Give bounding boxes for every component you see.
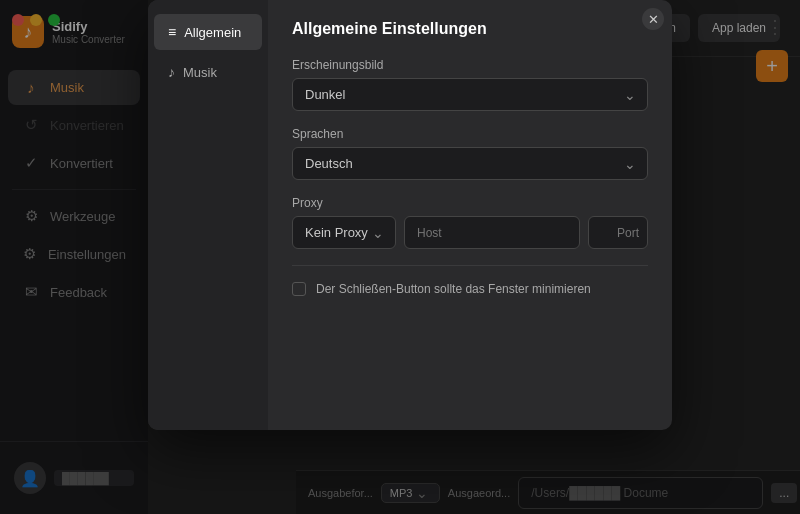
divider [292, 265, 648, 266]
erscheinungsbild-group: Erscheinungsbild Dunkel Hell System [292, 58, 648, 111]
modal-title: Allgemeine Einstellungen [292, 20, 648, 38]
modal-nav-musik[interactable]: ♪ Musik [154, 54, 262, 90]
proxy-label: Proxy [292, 196, 648, 210]
modal-content: Allgemeine Einstellungen Erscheinungsbil… [268, 0, 672, 430]
musik-nav-icon: ♪ [168, 64, 175, 80]
modal-nav-allgemein[interactable]: ≡ Allgemein [154, 14, 262, 50]
proxy-host-input[interactable] [404, 216, 580, 249]
modal-nav-allgemein-label: Allgemein [184, 25, 241, 40]
modal-sidebar: ≡ Allgemein ♪ Musik [148, 0, 268, 430]
settings-modal: ≡ Allgemein ♪ Musik ✕ Allgemeine Einstel… [148, 0, 672, 430]
sprachen-label: Sprachen [292, 127, 648, 141]
minimize-checkbox[interactable] [292, 282, 306, 296]
sprachen-group: Sprachen Deutsch English Français [292, 127, 648, 180]
erscheinungsbild-label: Erscheinungsbild [292, 58, 648, 72]
sprachen-select[interactable]: Deutsch English Français [292, 147, 648, 180]
proxy-port-input[interactable] [588, 216, 648, 249]
checkbox-row[interactable]: Der Schließen-Button sollte das Fenster … [292, 282, 648, 296]
proxy-row: Kein Proxy HTTP SOCKS5 [292, 216, 648, 249]
checkbox-label: Der Schließen-Button sollte das Fenster … [316, 282, 591, 296]
proxy-select[interactable]: Kein Proxy HTTP SOCKS5 [292, 216, 396, 249]
erscheinungsbild-select-wrapper: Dunkel Hell System [292, 78, 648, 111]
sprachen-select-wrapper: Deutsch English Français [292, 147, 648, 180]
erscheinungsbild-select[interactable]: Dunkel Hell System [292, 78, 648, 111]
proxy-select-wrapper: Kein Proxy HTTP SOCKS5 [292, 216, 396, 249]
modal-nav-musik-label: Musik [183, 65, 217, 80]
modal-close-button[interactable]: ✕ [642, 8, 664, 30]
proxy-group: Proxy Kein Proxy HTTP SOCKS5 [292, 196, 648, 249]
allgemein-nav-icon: ≡ [168, 24, 176, 40]
modal-overlay: ≡ Allgemein ♪ Musik ✕ Allgemeine Einstel… [0, 0, 800, 514]
